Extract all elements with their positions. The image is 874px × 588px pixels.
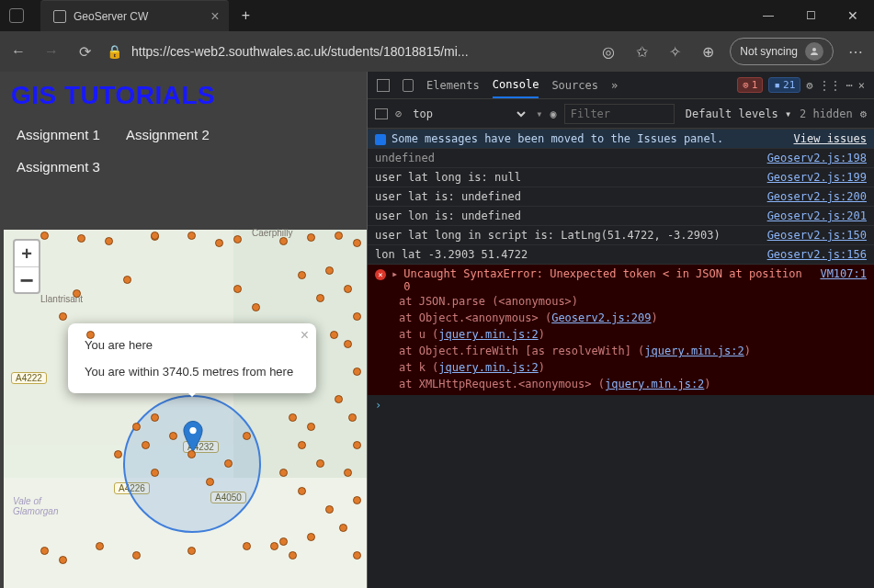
data-point[interactable]	[307, 233, 315, 242]
device-icon[interactable]	[403, 79, 414, 92]
data-point[interactable]	[86, 331, 95, 339]
tab-elements[interactable]: Elements	[426, 74, 480, 97]
console-filter-input[interactable]	[564, 104, 675, 124]
data-point[interactable]	[243, 432, 251, 440]
profile-sync-button[interactable]: Not syncing	[730, 38, 834, 65]
clear-console-icon[interactable]: ⊘	[395, 107, 402, 120]
data-point[interactable]	[243, 542, 251, 550]
stack-link[interactable]: Geoserv2.js:209	[551, 311, 651, 324]
log-row[interactable]: lon lat -3.2903 51.4722Geoserv2.js:156	[368, 244, 874, 264]
devtools-more-icon[interactable]: ⋯	[846, 79, 853, 92]
data-point[interactable]	[353, 551, 361, 560]
console-prompt[interactable]: ›	[368, 395, 874, 415]
data-point[interactable]	[316, 294, 324, 302]
close-tab-icon[interactable]: ×	[210, 8, 219, 25]
tab-console[interactable]: Console	[493, 73, 539, 98]
stack-link[interactable]: jquery.min.js:2	[438, 328, 538, 341]
stack-link[interactable]: jquery.min.js:2	[644, 345, 743, 357]
settings-icon[interactable]: ⚙	[806, 79, 812, 92]
zoom-in-button[interactable]: +	[15, 241, 39, 266]
data-point[interactable]	[353, 441, 361, 449]
sidebar-toggle-icon[interactable]	[375, 108, 388, 119]
location-icon[interactable]: ◎	[597, 40, 619, 62]
data-point[interactable]	[187, 450, 196, 458]
data-point[interactable]	[123, 276, 131, 284]
inspect-icon[interactable]	[377, 79, 390, 92]
data-point[interactable]	[279, 469, 288, 477]
data-point[interactable]	[224, 459, 233, 468]
devtools-close-icon[interactable]: ×	[858, 79, 865, 92]
data-point[interactable]	[114, 450, 122, 458]
console-log[interactable]: Some messages have been moved to the Iss…	[368, 129, 874, 588]
data-point[interactable]	[335, 395, 343, 403]
data-point[interactable]	[339, 524, 347, 532]
data-point[interactable]	[215, 239, 223, 247]
live-expr-icon[interactable]: ◉	[550, 107, 556, 120]
context-select[interactable]: top	[409, 104, 528, 124]
more-menu-button[interactable]: ⋯	[845, 40, 867, 62]
log-source-link[interactable]: Geoserv2.js:200	[767, 190, 867, 203]
data-point[interactable]	[132, 551, 141, 560]
data-point[interactable]	[105, 237, 113, 245]
data-point[interactable]	[40, 232, 49, 240]
data-point[interactable]	[233, 285, 242, 293]
log-source-link[interactable]: Geoserv2.js:150	[767, 229, 867, 242]
view-issues-link[interactable]: View issues	[794, 132, 867, 145]
refresh-button[interactable]: ⟳	[74, 40, 96, 62]
log-levels-select[interactable]: Default levels ▾	[686, 107, 792, 120]
data-point[interactable]	[270, 542, 278, 550]
nav-assignment-2[interactable]: Assignment 2	[126, 127, 210, 142]
data-point[interactable]	[289, 413, 297, 422]
zoom-out-button[interactable]: −	[15, 266, 39, 292]
data-point[interactable]	[307, 423, 315, 431]
data-point[interactable]	[298, 487, 306, 495]
data-point[interactable]	[151, 232, 159, 240]
data-point[interactable]	[335, 232, 343, 240]
console-settings-icon[interactable]: ⚙	[860, 107, 867, 120]
more-tabs-icon[interactable]: »	[611, 79, 618, 92]
nav-assignment-1[interactable]: Assignment 1	[17, 127, 100, 142]
data-point[interactable]	[289, 551, 297, 560]
hidden-count[interactable]: 2 hidden	[800, 107, 853, 120]
data-point[interactable]	[330, 331, 338, 339]
maximize-button[interactable]: ☐	[789, 0, 832, 31]
data-point[interactable]	[142, 441, 150, 449]
nav-assignment-3[interactable]: Assignment 3	[17, 159, 100, 175]
stack-link[interactable]: jquery.min.js:2	[605, 378, 704, 390]
data-point[interactable]	[298, 271, 306, 279]
data-point[interactable]	[59, 556, 67, 564]
log-source-link[interactable]: Geoserv2.js:198	[767, 152, 867, 164]
leaflet-map[interactable]: + − Llantrisant Caerphilly Vale of Glamo…	[4, 230, 367, 588]
data-point[interactable]	[344, 285, 352, 293]
log-source-link[interactable]: Geoserv2.js:199	[767, 171, 867, 184]
data-point[interactable]	[353, 368, 361, 376]
tab-sources[interactable]: Sources	[551, 74, 598, 97]
browser-tab[interactable]: GeoServer CW ×	[40, 0, 229, 31]
data-point[interactable]	[169, 432, 177, 440]
log-row[interactable]: user lat long is: nullGeoserv2.js:199	[368, 167, 874, 187]
data-point[interactable]	[206, 478, 214, 486]
data-point[interactable]	[307, 533, 315, 541]
error-source-link[interactable]: VM107:1	[820, 267, 867, 293]
data-point[interactable]	[187, 547, 196, 555]
data-point[interactable]	[151, 469, 159, 477]
data-point[interactable]	[353, 239, 361, 247]
back-button[interactable]: ←	[7, 40, 29, 62]
data-point[interactable]	[344, 469, 352, 477]
data-point[interactable]	[73, 289, 81, 298]
data-point[interactable]	[298, 441, 306, 449]
data-point[interactable]	[353, 496, 361, 504]
data-point[interactable]	[325, 266, 334, 275]
popup-close-button[interactable]: ×	[301, 327, 309, 344]
log-source-link[interactable]: Geoserv2.js:156	[767, 248, 867, 261]
forward-button[interactable]: →	[40, 40, 62, 62]
data-point[interactable]	[151, 413, 159, 422]
data-point[interactable]	[344, 340, 352, 348]
url-text[interactable]: https://ces-web2.southwales.ac.uk/studen…	[131, 44, 469, 59]
data-point[interactable]	[316, 459, 324, 468]
data-point[interactable]	[59, 312, 67, 321]
new-tab-button[interactable]: +	[238, 4, 254, 28]
data-point[interactable]	[233, 235, 242, 243]
error-count-badge[interactable]: ⊗1	[737, 77, 763, 93]
data-point[interactable]	[348, 413, 357, 422]
